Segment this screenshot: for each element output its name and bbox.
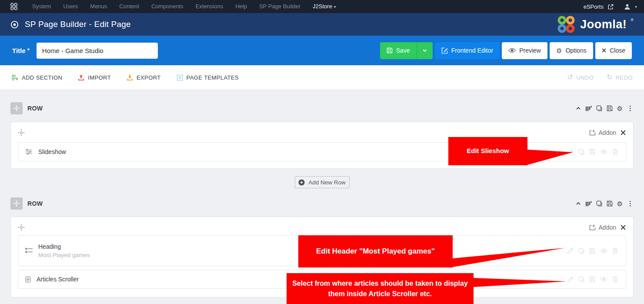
- row-1-header: ROW ⚙ ⋮: [10, 102, 634, 114]
- menu-sp-page-builder[interactable]: SP Page Builder: [253, 0, 307, 13]
- target-icon: [10, 20, 19, 29]
- heading-icon: [25, 247, 33, 254]
- columns-icon: [585, 105, 592, 112]
- builder-toolbar: ADD SECTION IMPORT EXPORT PAGE TEMPLATES…: [0, 65, 644, 90]
- save-addon-icon[interactable]: [589, 149, 595, 155]
- close-button[interactable]: × Close: [595, 42, 632, 59]
- preview-button[interactable]: Preview: [502, 42, 547, 59]
- delete-addon-trash-icon[interactable]: [612, 149, 618, 155]
- column-layout-button[interactable]: [585, 200, 592, 207]
- toggle-visibility-eye-icon[interactable]: [600, 277, 607, 282]
- column-tools-wrench-icon[interactable]: [620, 224, 626, 231]
- duplicate-addon-icon[interactable]: [578, 276, 584, 282]
- column-tools-wrench-icon[interactable]: [620, 130, 626, 136]
- site-name-link[interactable]: eSPorts: [584, 3, 604, 10]
- frontend-editor-button[interactable]: Frontend Editor: [435, 42, 500, 59]
- user-caret-down-icon[interactable]: ▾: [635, 4, 637, 9]
- row-label: ROW: [27, 200, 43, 207]
- add-addon-button[interactable]: Addon: [589, 224, 616, 231]
- floppy-icon: [607, 105, 613, 111]
- column-move-handle[interactable]: [18, 129, 25, 136]
- joomla-wordmark: Joomla!: [580, 18, 627, 31]
- frontend-editor-label: Frontend Editor: [451, 47, 494, 54]
- edit-addon-pencil-icon[interactable]: [567, 276, 574, 283]
- duplicate-addon-icon[interactable]: [578, 149, 584, 155]
- menu-system[interactable]: System: [26, 0, 57, 13]
- annotation-text: Edit Slieshow: [467, 146, 509, 156]
- row-settings-gear-icon[interactable]: ⚙: [617, 200, 623, 207]
- edit-addon-pencil-icon[interactable]: [567, 247, 574, 254]
- duplicate-row-button[interactable]: [596, 105, 602, 111]
- collapse-row-button[interactable]: [576, 106, 581, 111]
- menu-menus[interactable]: Menus: [84, 0, 113, 13]
- add-section-button[interactable]: ADD SECTION: [11, 74, 62, 81]
- user-account-icon[interactable]: [624, 3, 631, 10]
- redo-icon: ↻: [607, 74, 613, 81]
- add-addon-button[interactable]: Addon: [589, 129, 616, 136]
- column-move-handle[interactable]: [18, 224, 25, 231]
- save-floppy-icon: [387, 47, 393, 53]
- sp-page-builder-edit-page: System Users Menus Content Components Ex…: [0, 0, 644, 304]
- delete-addon-trash-icon[interactable]: [612, 276, 618, 283]
- row-settings-gear-icon[interactable]: ⚙: [617, 105, 623, 112]
- joomla-mark-icon: [556, 16, 576, 33]
- annotation-text: Select from where articles should be tak…: [291, 278, 469, 299]
- row-move-handle[interactable]: [10, 102, 23, 114]
- duplicate-addon-icon[interactable]: [578, 248, 584, 254]
- external-link-icon[interactable]: [608, 4, 614, 10]
- eye-icon: [508, 48, 516, 53]
- chevron-up-icon: [576, 201, 581, 206]
- collapse-row-button[interactable]: [576, 201, 581, 206]
- row-more-options-button[interactable]: ⋮: [627, 104, 634, 112]
- menu-j2store[interactable]: J2Store ▾: [307, 0, 342, 13]
- save-addon-icon[interactable]: [589, 248, 595, 254]
- redo-button[interactable]: ↻ REDO: [607, 74, 633, 81]
- annotation-select-articles: Select from where articles should be tak…: [287, 273, 474, 304]
- menu-help[interactable]: Help: [229, 0, 253, 13]
- toggle-visibility-eye-icon[interactable]: [600, 248, 607, 254]
- addon-title: Heading: [38, 243, 90, 250]
- crosshair-icon: [18, 129, 25, 136]
- columns-icon: [585, 200, 592, 207]
- save-button[interactable]: Save: [380, 42, 417, 59]
- row-more-options-button[interactable]: ⋮: [627, 200, 634, 207]
- close-icon: ×: [602, 47, 607, 54]
- menu-components[interactable]: Components: [145, 0, 190, 13]
- title-label-text: Title: [12, 47, 26, 54]
- options-button[interactable]: ⚙ Options: [550, 42, 593, 59]
- export-button[interactable]: EXPORT: [127, 74, 161, 81]
- article-document-icon: [25, 276, 31, 283]
- toggle-visibility-eye-icon[interactable]: [600, 149, 607, 154]
- save-addon-icon[interactable]: [589, 276, 595, 282]
- floppy-icon: [607, 200, 613, 207]
- plus-circle-icon: [298, 179, 305, 186]
- caret-down-icon: ▾: [334, 4, 336, 9]
- undo-label: UNDO: [576, 74, 594, 81]
- edit-addon-pencil-icon[interactable]: [567, 149, 574, 155]
- column-layout-button[interactable]: [585, 105, 592, 112]
- chevron-up-icon: [576, 106, 581, 111]
- save-row-button[interactable]: [607, 105, 613, 111]
- annotation-text: Edit Header "Most Played games": [316, 246, 435, 257]
- save-row-button[interactable]: [607, 200, 613, 207]
- import-button[interactable]: IMPORT: [78, 74, 111, 81]
- registered-mark: ®: [631, 18, 634, 22]
- page-header: SP Page Builder - Edit Page Joomla!®: [0, 13, 644, 36]
- addon-subtitle: Most Played games: [38, 252, 90, 258]
- copy-icon: [596, 105, 602, 111]
- page-title-input[interactable]: [37, 43, 158, 59]
- menu-users[interactable]: Users: [57, 0, 84, 13]
- menu-extensions[interactable]: Extensions: [190, 0, 230, 13]
- add-new-row-button[interactable]: Add New Row: [295, 176, 350, 188]
- undo-button[interactable]: ↺ UNDO: [567, 74, 594, 81]
- delete-addon-trash-icon[interactable]: [612, 247, 618, 254]
- page-templates-label: PAGE TEMPLATES: [187, 74, 239, 81]
- page-templates-button[interactable]: PAGE TEMPLATES: [177, 74, 239, 81]
- row-move-handle[interactable]: [10, 197, 23, 210]
- export-label: EXPORT: [137, 74, 161, 81]
- menu-content[interactable]: Content: [113, 0, 145, 13]
- addon-slideshow[interactable]: Slideshow: [18, 142, 626, 161]
- save-dropdown-button[interactable]: [417, 42, 433, 59]
- move-icon: [13, 105, 20, 111]
- duplicate-row-button[interactable]: [596, 200, 602, 207]
